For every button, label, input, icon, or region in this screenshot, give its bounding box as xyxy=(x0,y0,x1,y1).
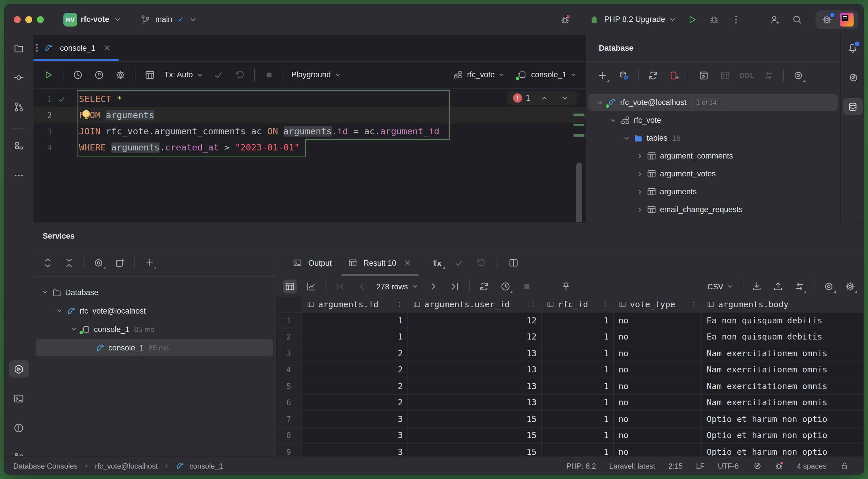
debug-button[interactable] xyxy=(707,12,721,26)
table-cell[interactable]: no xyxy=(614,427,702,443)
phpstorm-logo[interactable] xyxy=(840,12,854,26)
table-cell[interactable]: no xyxy=(614,312,702,328)
table-cell[interactable]: 15 xyxy=(408,444,542,456)
table-cell[interactable]: 2 xyxy=(302,394,408,411)
chevron-right-icon[interactable] xyxy=(634,206,646,214)
sort-icon[interactable] xyxy=(396,301,403,308)
row-number[interactable]: 9 xyxy=(276,444,302,456)
chevron-down-icon[interactable] xyxy=(594,98,606,106)
table-cell[interactable]: 15 xyxy=(408,411,542,427)
caret-position[interactable]: 2:15 xyxy=(668,461,683,470)
table-row[interactable]: 11121noEa non quisquam debitis xyxy=(276,312,864,329)
table-cell[interactable]: Optio et harum non optio xyxy=(702,411,864,427)
browse-tables-icon[interactable] xyxy=(143,68,157,82)
branch-widget[interactable]: main xyxy=(138,12,198,26)
table-cell[interactable]: Nam exercitationem omnis xyxy=(702,362,864,378)
grid-corner[interactable] xyxy=(276,297,302,312)
table-cell[interactable]: no xyxy=(614,362,702,378)
table-cell[interactable]: no xyxy=(614,444,702,456)
table-cell[interactable]: Nam exercitationem omnis xyxy=(702,394,864,411)
stop-icon[interactable] xyxy=(520,279,534,293)
row-number[interactable]: 7 xyxy=(276,411,302,427)
table-cell[interactable]: 3 xyxy=(302,444,408,456)
last-page-icon[interactable] xyxy=(448,279,462,293)
breadcrumb-item[interactable]: console_1 xyxy=(189,461,223,470)
tree-item-console_1[interactable]: console_185 ms xyxy=(33,320,276,338)
table-row[interactable]: 52131noNam exercitationem omnis xyxy=(276,378,864,394)
tree-item-email_change_requests[interactable]: email_change_requests xyxy=(586,201,840,218)
open-data-icon[interactable] xyxy=(718,68,732,82)
view-options-icon[interactable] xyxy=(92,256,105,270)
column-header-vote_type[interactable]: vote_type xyxy=(614,297,702,312)
table-cell[interactable]: no xyxy=(614,378,702,394)
code-line[interactable]: FROM arguments xyxy=(79,107,439,123)
expand-all-icon[interactable] xyxy=(41,256,55,270)
column-header-arguments.body[interactable]: arguments.body xyxy=(702,297,864,312)
tool-window-more-tool-windows[interactable] xyxy=(9,167,29,184)
table-cell[interactable]: 1 xyxy=(542,411,614,427)
table-cell[interactable]: 1 xyxy=(542,312,614,328)
tool-window-services[interactable] xyxy=(9,360,29,378)
export-format-dropdown[interactable]: CSV xyxy=(707,282,734,291)
tree-item-rfc_vote@localhost[interactable]: rfc_vote@localhost xyxy=(33,301,276,320)
code-line[interactable]: JOIN rfc_vote.argument_comments ac ON ar… xyxy=(79,123,439,140)
table-row[interactable]: 32131noNam exercitationem omnis xyxy=(276,345,864,362)
table-cell[interactable]: 12 xyxy=(408,312,542,328)
table-cell[interactable]: 13 xyxy=(408,345,542,361)
minimize-window-button[interactable] xyxy=(25,16,32,23)
table-cell[interactable]: 2 xyxy=(302,362,408,378)
row-number[interactable]: 5 xyxy=(276,378,302,394)
tab-output[interactable]: Output xyxy=(285,249,337,276)
chevron-down-icon[interactable] xyxy=(54,307,65,315)
commit-icon[interactable] xyxy=(452,256,466,270)
next-error-icon[interactable] xyxy=(558,91,572,105)
execution-time-icon[interactable] xyxy=(499,279,513,293)
code-line[interactable]: SELECT * xyxy=(79,91,439,107)
tool-window-pull-requests[interactable] xyxy=(9,98,29,115)
first-page-icon[interactable] xyxy=(334,279,347,293)
sort-icon[interactable] xyxy=(690,301,697,308)
run-configuration[interactable]: PHP 8.2 Upgrade xyxy=(588,12,677,26)
tool-window-structure[interactable] xyxy=(9,138,29,155)
tool-window-problems[interactable] xyxy=(9,419,29,436)
data-extractor-icon[interactable] xyxy=(793,279,806,293)
maximize-window-button[interactable] xyxy=(37,16,44,23)
row-number[interactable]: 3 xyxy=(276,345,302,361)
tool-window-ai-assistant[interactable] xyxy=(843,68,863,86)
project-widget[interactable]: RV rfc-vote xyxy=(63,12,122,26)
table-row[interactable]: 83151noOptio et harum non optio xyxy=(276,427,864,444)
php-version[interactable]: PHP: 8.2 xyxy=(566,461,596,470)
table-cell[interactable]: Nam exercitationem omnis xyxy=(702,378,864,394)
table-cell[interactable]: 1 xyxy=(542,444,614,456)
chevron-down-icon[interactable] xyxy=(68,325,80,333)
search-everywhere-icon[interactable] xyxy=(790,12,804,26)
line-separator[interactable]: LF xyxy=(696,461,705,470)
gutter-line[interactable]: 3 xyxy=(33,123,77,140)
table-cell[interactable]: 2 xyxy=(302,345,408,361)
view-options-icon[interactable] xyxy=(822,279,836,293)
add-service-icon[interactable] xyxy=(142,256,156,270)
grid-settings-icon[interactable] xyxy=(843,279,857,293)
run-button[interactable] xyxy=(685,12,699,26)
table-cell[interactable]: 1 xyxy=(542,362,614,378)
jump-to-console-icon[interactable] xyxy=(697,68,711,82)
table-cell[interactable]: 13 xyxy=(408,394,542,411)
table-cell[interactable]: 3 xyxy=(302,427,408,443)
table-cell[interactable]: 1 xyxy=(302,329,408,345)
tree-item-database[interactable]: Database xyxy=(33,283,276,301)
tool-window-project[interactable] xyxy=(9,39,29,57)
table-cell[interactable]: Optio et harum non optio xyxy=(702,444,864,456)
row-number[interactable]: 6 xyxy=(276,394,302,411)
table-cell[interactable]: 1 xyxy=(542,378,614,394)
ddl-label[interactable]: DDL xyxy=(740,71,754,79)
debugger-muted-icon[interactable] xyxy=(775,461,784,470)
row-number[interactable]: 4 xyxy=(276,362,302,378)
session-switcher-dropdown[interactable]: console_1 xyxy=(516,69,578,80)
tree-item-arguments[interactable]: arguments xyxy=(586,183,840,201)
row-number[interactable]: 1 xyxy=(276,312,302,328)
table-row[interactable]: 73151noOptio et harum non optio xyxy=(276,411,864,427)
column-header-rfc_id[interactable]: rfc_id xyxy=(542,297,614,312)
close-window-button[interactable] xyxy=(14,16,21,23)
rollback-icon[interactable] xyxy=(232,68,246,82)
table-cell[interactable]: Ea non quisquam debitis xyxy=(702,312,864,328)
